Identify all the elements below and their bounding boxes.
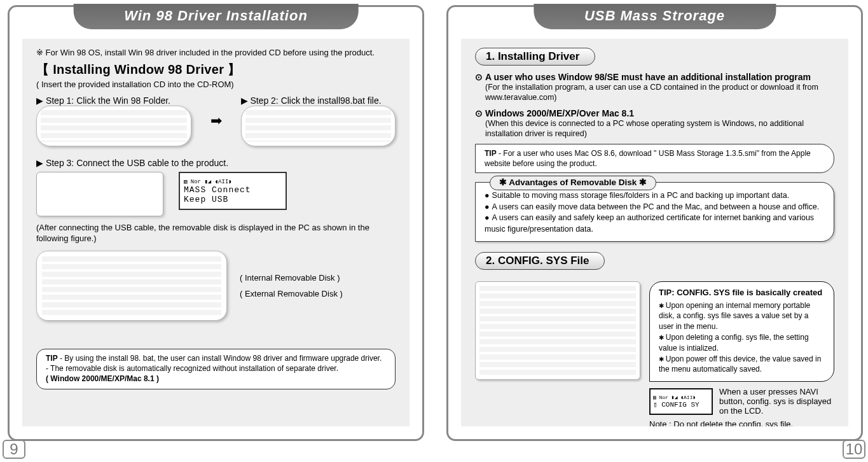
note-do-not-delete: Note : Do not delete the config. sys fil… xyxy=(649,419,834,426)
screenshot-step2 xyxy=(241,106,396,146)
point-win98se-sub: (For the installation program, a user ca… xyxy=(485,82,834,103)
tip-line3: ( Window 2000/ME/XP/Mac 8.1 ) xyxy=(46,374,159,383)
installing-driver-heading: 【 Installing Window 98 Driver 】 xyxy=(36,61,396,78)
advantages-title: ✱ Advantages of Removable Disk ✱ xyxy=(490,176,656,190)
config-tip-3: Upon power off this device, the value sa… xyxy=(659,354,825,375)
step-1-2-row: Step 1: Click the Win 98 Folder. ➡ Step … xyxy=(36,95,396,146)
advantage-3: A users can easily and safely keep an au… xyxy=(485,213,825,235)
lcd-display-mass-connect: ▧ Nor ▮◢ ◖AII◗ MASS Connect Keep USB xyxy=(179,172,287,210)
left-page-title: Win 98 Driver Installation xyxy=(73,4,359,29)
tip-label: TIP xyxy=(46,354,58,363)
tip-mac-os86: TIP - For a user who uses Mac OS 8.6, do… xyxy=(475,144,834,173)
config-tip-1: Upon opening an internal memory portable… xyxy=(659,300,825,332)
tip-line2: - The removable disk is automatically re… xyxy=(46,364,338,373)
tip-mac-label: TIP xyxy=(485,149,497,158)
left-page: Win 98 Driver Installation ※ For Win 98 … xyxy=(8,5,424,441)
section-1-installing-driver: 1. Installing Driver xyxy=(475,48,595,66)
label-internal-disk: ( Internal Removable Disk ) xyxy=(240,273,343,283)
page-number-left: 9 xyxy=(3,440,25,459)
screenshot-step1 xyxy=(36,106,191,146)
tip-config-title: TIP: CONFIG. SYS file is basically creat… xyxy=(659,287,825,298)
left-page-body: ※ For Win 98 OS, install Win 98 driver i… xyxy=(22,39,410,426)
arrow-icon: ➡ xyxy=(210,113,222,129)
tip-mac-text: - For a user who uses Mac OS 8.6, downlo… xyxy=(485,149,811,168)
page-number-right: 10 xyxy=(843,440,865,459)
usb-connection-diagram xyxy=(36,172,163,216)
lcd-line2: Keep USB xyxy=(184,195,282,204)
lcd-display-config-sy: ▧ Nor ▮◢ ◖AII◗ ▯ CONFIG SY xyxy=(649,388,713,415)
label-external-disk: ( External Removable Disk ) xyxy=(240,289,343,298)
advantage-1: Suitable to moving mass storage files/fo… xyxy=(485,190,825,202)
right-page-title: USB Mass Strorage xyxy=(534,4,776,29)
tip-line1: - By using the install 98. bat, the user… xyxy=(58,354,382,363)
advantage-2: A users can easily move data between the… xyxy=(485,202,825,213)
lcd-small-icons: ▧ Nor ▮◢ ◖AII◗ xyxy=(653,395,709,400)
navi-text: When a user presses NAVI button, config.… xyxy=(719,387,834,416)
config-tip-2: Upon deleting a config. sys file, the se… xyxy=(659,332,825,354)
step-2-label: Step 2: Click the install98.bat file. xyxy=(241,95,396,106)
screenshot-removable-disks xyxy=(36,251,227,321)
navi-row: ▧ Nor ▮◢ ◖AII◗ ▯ CONFIG SY When a user p… xyxy=(649,387,834,416)
point-win98se: A user who uses Window 98/SE must have a… xyxy=(475,72,834,82)
tip-box-install98: TIP - By using the install 98. bat, the … xyxy=(36,349,396,390)
lcd-small-line: ▯ CONFIG SY xyxy=(653,400,709,409)
lcd-line1: MASS Connect xyxy=(184,185,282,195)
screenshot-config-sys xyxy=(475,281,640,380)
step-3-label: Step 3: Connect the USB cable to the pro… xyxy=(36,158,396,168)
tip-config-sys: TIP: CONFIG. SYS file is basically creat… xyxy=(649,281,834,382)
section-2-config-sys: 2. CONFIG. SYS File xyxy=(475,252,605,270)
advantages-box: ✱ Advantages of Removable Disk ✱ Suitabl… xyxy=(475,182,834,242)
after-connecting-note: (After connecting the USB cable, the rem… xyxy=(36,223,396,244)
lcd-status-icons: ▧ Nor ▮◢ ◖AII◗ xyxy=(184,178,282,185)
right-page: USB Mass Strorage 1. Installing Driver A… xyxy=(446,5,863,441)
win98-top-note: ※ For Win 98 OS, install Win 98 driver i… xyxy=(36,48,396,57)
point-win2000-sub: (When this device is connected to a PC w… xyxy=(485,118,834,139)
insert-cd-note: ( Insert the provided installation CD in… xyxy=(36,80,396,89)
point-win2000: Windows 2000/ME/XP/Over Mac 8.1 xyxy=(475,108,834,118)
right-page-body: 1. Installing Driver A user who uses Win… xyxy=(461,39,848,426)
step-1-label: Step 1: Click the Win 98 Folder. xyxy=(36,95,191,106)
